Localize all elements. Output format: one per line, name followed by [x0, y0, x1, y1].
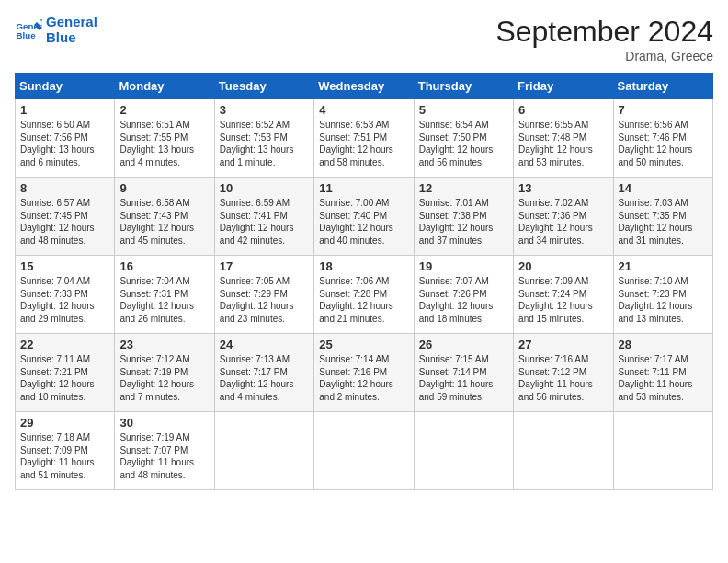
cell-details: Sunrise: 7:04 AM Sunset: 7:33 PM Dayligh…: [20, 275, 109, 325]
calendar-cell: 7Sunrise: 6:56 AM Sunset: 7:46 PM Daylig…: [613, 99, 712, 178]
col-header-wednesday: Wednesday: [314, 74, 414, 99]
calendar-cell: 8Sunrise: 6:57 AM Sunset: 7:45 PM Daylig…: [16, 178, 115, 256]
col-header-sunday: Sunday: [16, 74, 115, 99]
day-number: 21: [619, 259, 708, 273]
day-number: 15: [20, 259, 109, 273]
col-header-tuesday: Tuesday: [214, 74, 313, 99]
calendar-cell: 13Sunrise: 7:02 AM Sunset: 7:36 PM Dayli…: [514, 178, 613, 256]
calendar-cell: [414, 412, 513, 490]
calendar-cell: 22Sunrise: 7:11 AM Sunset: 7:21 PM Dayli…: [16, 334, 115, 412]
calendar-cell: 16Sunrise: 7:04 AM Sunset: 7:31 PM Dayli…: [115, 256, 214, 334]
day-number: 4: [319, 103, 408, 117]
calendar-cell: [314, 412, 414, 490]
day-number: 19: [419, 259, 508, 273]
day-number: 27: [518, 338, 608, 351]
col-header-friday: Friday: [514, 74, 613, 99]
day-number: 22: [20, 338, 109, 351]
day-number: 5: [419, 103, 508, 117]
cell-details: Sunrise: 6:57 AM Sunset: 7:45 PM Dayligh…: [20, 197, 109, 247]
calendar-cell: 23Sunrise: 7:12 AM Sunset: 7:19 PM Dayli…: [115, 334, 214, 412]
calendar-cell: 29Sunrise: 7:18 AM Sunset: 7:09 PM Dayli…: [16, 412, 115, 490]
day-number: 11: [319, 181, 408, 195]
day-number: 12: [419, 181, 508, 195]
day-number: 13: [518, 181, 608, 195]
cell-details: Sunrise: 6:55 AM Sunset: 7:48 PM Dayligh…: [518, 119, 608, 168]
day-number: 26: [419, 338, 508, 351]
month-title: September 2024: [495, 15, 713, 49]
cell-details: Sunrise: 7:19 AM Sunset: 7:07 PM Dayligh…: [119, 431, 209, 481]
day-number: 28: [619, 338, 708, 351]
svg-text:Blue: Blue: [17, 30, 37, 40]
calendar-cell: 19Sunrise: 7:07 AM Sunset: 7:26 PM Dayli…: [414, 256, 513, 334]
calendar-week-row: 15Sunrise: 7:04 AM Sunset: 7:33 PM Dayli…: [16, 256, 713, 334]
day-number: 23: [119, 338, 209, 351]
cell-details: Sunrise: 7:16 AM Sunset: 7:12 PM Dayligh…: [518, 353, 608, 403]
title-block: September 2024 Drama, Greece: [495, 15, 713, 63]
cell-details: Sunrise: 6:59 AM Sunset: 7:41 PM Dayligh…: [220, 197, 309, 247]
cell-details: Sunrise: 6:58 AM Sunset: 7:43 PM Dayligh…: [119, 197, 209, 247]
cell-details: Sunrise: 7:09 AM Sunset: 7:24 PM Dayligh…: [518, 275, 608, 325]
cell-details: Sunrise: 7:18 AM Sunset: 7:09 PM Dayligh…: [20, 431, 109, 481]
calendar-week-row: 22Sunrise: 7:11 AM Sunset: 7:21 PM Dayli…: [16, 334, 713, 412]
cell-details: Sunrise: 6:56 AM Sunset: 7:46 PM Dayligh…: [619, 119, 708, 168]
logo: General Blue General Blue: [15, 15, 97, 45]
calendar-cell: 4Sunrise: 6:53 AM Sunset: 7:51 PM Daylig…: [314, 99, 414, 178]
cell-details: Sunrise: 7:04 AM Sunset: 7:31 PM Dayligh…: [119, 275, 209, 325]
calendar-cell: 3Sunrise: 6:52 AM Sunset: 7:53 PM Daylig…: [214, 99, 313, 178]
calendar-cell: 20Sunrise: 7:09 AM Sunset: 7:24 PM Dayli…: [514, 256, 613, 334]
day-number: 8: [20, 181, 109, 195]
calendar-week-row: 1Sunrise: 6:50 AM Sunset: 7:56 PM Daylig…: [16, 99, 713, 178]
day-number: 3: [220, 103, 309, 117]
col-header-saturday: Saturday: [613, 74, 712, 99]
calendar-cell: 25Sunrise: 7:14 AM Sunset: 7:16 PM Dayli…: [314, 334, 414, 412]
calendar-cell: [613, 412, 712, 490]
logo-line2: Blue: [46, 30, 97, 46]
day-number: 24: [220, 338, 309, 351]
cell-details: Sunrise: 7:17 AM Sunset: 7:11 PM Dayligh…: [619, 353, 708, 403]
cell-details: Sunrise: 7:14 AM Sunset: 7:16 PM Dayligh…: [319, 353, 408, 403]
logo-icon: General Blue: [15, 17, 42, 44]
day-number: 20: [518, 259, 608, 273]
calendar-cell: 9Sunrise: 6:58 AM Sunset: 7:43 PM Daylig…: [115, 178, 214, 256]
calendar-cell: [514, 412, 613, 490]
day-number: 10: [220, 181, 309, 195]
day-number: 16: [119, 259, 209, 273]
calendar-cell: 21Sunrise: 7:10 AM Sunset: 7:23 PM Dayli…: [613, 256, 712, 334]
cell-details: Sunrise: 7:01 AM Sunset: 7:38 PM Dayligh…: [419, 197, 508, 247]
cell-details: Sunrise: 6:50 AM Sunset: 7:56 PM Dayligh…: [20, 119, 109, 168]
calendar-cell: 18Sunrise: 7:06 AM Sunset: 7:28 PM Dayli…: [314, 256, 414, 334]
calendar-week-row: 8Sunrise: 6:57 AM Sunset: 7:45 PM Daylig…: [16, 178, 713, 256]
cell-details: Sunrise: 6:51 AM Sunset: 7:55 PM Dayligh…: [119, 119, 209, 168]
cell-details: Sunrise: 7:05 AM Sunset: 7:29 PM Dayligh…: [220, 275, 309, 325]
calendar-header-row: SundayMondayTuesdayWednesdayThursdayFrid…: [16, 74, 713, 99]
cell-details: Sunrise: 7:11 AM Sunset: 7:21 PM Dayligh…: [20, 353, 109, 403]
calendar-cell: 12Sunrise: 7:01 AM Sunset: 7:38 PM Dayli…: [414, 178, 513, 256]
cell-details: Sunrise: 7:15 AM Sunset: 7:14 PM Dayligh…: [419, 353, 508, 403]
cell-details: Sunrise: 7:00 AM Sunset: 7:40 PM Dayligh…: [319, 197, 408, 247]
calendar-cell: 28Sunrise: 7:17 AM Sunset: 7:11 PM Dayli…: [613, 334, 712, 412]
calendar-cell: 27Sunrise: 7:16 AM Sunset: 7:12 PM Dayli…: [514, 334, 613, 412]
logo-line1: General: [46, 15, 97, 30]
day-number: 9: [119, 181, 209, 195]
cell-details: Sunrise: 7:12 AM Sunset: 7:19 PM Dayligh…: [119, 353, 209, 403]
calendar-cell: 30Sunrise: 7:19 AM Sunset: 7:07 PM Dayli…: [115, 412, 214, 490]
day-number: 7: [619, 103, 708, 117]
calendar-cell: 15Sunrise: 7:04 AM Sunset: 7:33 PM Dayli…: [16, 256, 115, 334]
calendar-cell: [214, 412, 313, 490]
col-header-thursday: Thursday: [414, 74, 513, 99]
calendar-cell: 5Sunrise: 6:54 AM Sunset: 7:50 PM Daylig…: [414, 99, 513, 178]
day-number: 17: [220, 259, 309, 273]
cell-details: Sunrise: 7:03 AM Sunset: 7:35 PM Dayligh…: [619, 197, 708, 247]
calendar-cell: 1Sunrise: 6:50 AM Sunset: 7:56 PM Daylig…: [16, 99, 115, 178]
day-number: 18: [319, 259, 408, 273]
day-number: 14: [619, 181, 708, 195]
cell-details: Sunrise: 6:52 AM Sunset: 7:53 PM Dayligh…: [220, 119, 309, 168]
cell-details: Sunrise: 6:53 AM Sunset: 7:51 PM Dayligh…: [319, 119, 408, 168]
cell-details: Sunrise: 7:07 AM Sunset: 7:26 PM Dayligh…: [419, 275, 508, 325]
page-header: General Blue General Blue September 2024…: [15, 15, 713, 63]
calendar-cell: 11Sunrise: 7:00 AM Sunset: 7:40 PM Dayli…: [314, 178, 414, 256]
col-header-monday: Monday: [115, 74, 214, 99]
day-number: 25: [319, 338, 408, 351]
cell-details: Sunrise: 7:10 AM Sunset: 7:23 PM Dayligh…: [619, 275, 708, 325]
day-number: 6: [518, 103, 608, 117]
